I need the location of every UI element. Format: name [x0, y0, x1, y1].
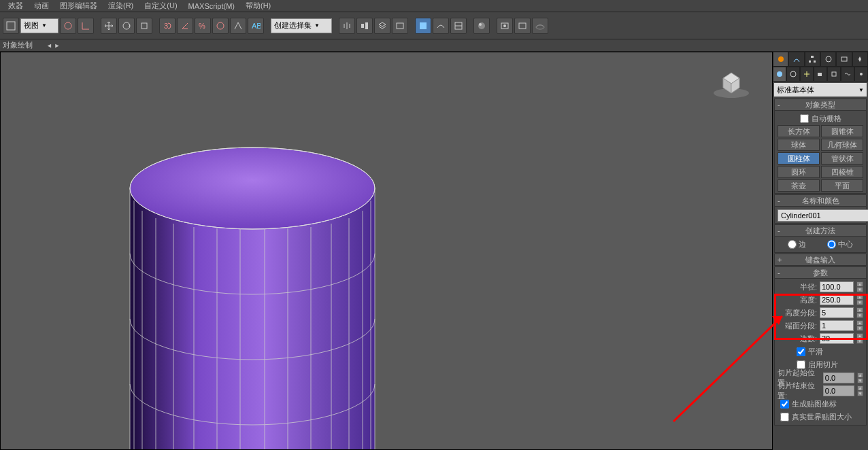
svg-point-45: [777, 71, 782, 77]
edge-radio[interactable]: 边: [788, 239, 806, 249]
plane-button[interactable]: 平面: [821, 179, 863, 192]
center-radio[interactable]: 中心: [827, 239, 853, 249]
render-frame-icon[interactable]: [514, 18, 531, 34]
rollout-name-color[interactable]: -名称和颜色: [774, 194, 867, 207]
box-button[interactable]: 长方体: [778, 125, 820, 137]
create-subtabs: [773, 67, 868, 82]
cone-button[interactable]: 圆锥体: [821, 125, 863, 137]
spinner-arrows[interactable]: ▲▼: [856, 320, 863, 331]
smooth-checkbox[interactable]: [797, 347, 805, 356]
teapot-button[interactable]: 茶壶: [778, 179, 820, 192]
tool-icon[interactable]: [450, 18, 467, 34]
menu-item[interactable]: 渲染(R): [103, 1, 139, 11]
spinner-arrows[interactable]: ▲▼: [857, 373, 863, 383]
sliceto-spinner[interactable]: 0.0: [823, 385, 854, 396]
move-tool-icon[interactable]: [101, 18, 117, 34]
menu-item[interactable]: 帮助(H): [240, 1, 276, 11]
spinner-arrows[interactable]: ▲▼: [856, 333, 863, 344]
menu-item[interactable]: MAXScript(M): [183, 2, 240, 10]
rollout-parameters[interactable]: -参数: [774, 266, 867, 279]
cameras-subtab[interactable]: [814, 67, 827, 82]
object-name-input[interactable]: [778, 209, 868, 222]
tool-icon[interactable]: ABC: [248, 18, 264, 34]
helpers-subtab[interactable]: [827, 67, 841, 82]
svg-point-1: [65, 22, 71, 29]
svg-rect-48: [832, 72, 836, 76]
sphere-button[interactable]: 球体: [778, 139, 820, 151]
layers-icon[interactable]: [374, 18, 390, 34]
genmap-checkbox[interactable]: [780, 400, 789, 409]
material-editor-icon[interactable]: [473, 18, 490, 34]
height-spinner[interactable]: 250.0: [820, 294, 854, 305]
ribbon-strip: 对象绘制 ◄ ►: [0, 39, 868, 52]
rollout-keyboard-entry[interactable]: +键盘输入: [774, 254, 867, 266]
viewcube[interactable]: [711, 66, 752, 100]
rollout-creation-method[interactable]: -创建方法: [774, 224, 867, 237]
mirror-icon[interactable]: [339, 18, 355, 34]
create-tab[interactable]: [773, 52, 788, 67]
cylinder-button[interactable]: 圆柱体: [778, 152, 820, 165]
cseg-label: 端面分段:: [785, 321, 817, 331]
pyramid-button[interactable]: 四棱锥: [821, 166, 863, 178]
modify-tab[interactable]: [788, 52, 804, 67]
svg-point-43: [826, 56, 831, 62]
schematic-view-icon[interactable]: [415, 18, 431, 34]
display-tab[interactable]: [836, 52, 852, 67]
tool-icon[interactable]: [3, 18, 19, 34]
realworld-checkbox[interactable]: [780, 413, 789, 421]
menu-item[interactable]: 效器: [3, 1, 29, 11]
sides-spinner[interactable]: 30: [820, 333, 854, 344]
spinner-snap-icon[interactable]: [212, 18, 229, 34]
spinner-arrows[interactable]: ▲▼: [856, 294, 863, 305]
autogrid-checkbox[interactable]: [800, 114, 809, 123]
spinner-arrows[interactable]: ▲▼: [857, 385, 863, 396]
cseg-spinner[interactable]: 1: [820, 320, 854, 331]
hseg-spinner[interactable]: 5: [820, 307, 854, 318]
svg-rect-42: [814, 60, 816, 63]
genmap-label: 生成贴图坐标: [792, 399, 837, 409]
height-label: 高度:: [800, 295, 817, 305]
spinner-arrows[interactable]: ▲▼: [856, 307, 863, 318]
angle-snap-icon[interactable]: [177, 18, 193, 34]
radius-spinner[interactable]: 100.0: [820, 281, 854, 292]
spinner-arrows[interactable]: ▲▼: [856, 281, 863, 292]
rotate-tool-icon[interactable]: [118, 18, 135, 34]
tool-icon[interactable]: [392, 18, 408, 34]
render-setup-icon[interactable]: [497, 18, 513, 34]
curve-editor-icon[interactable]: [433, 18, 449, 34]
menu-item[interactable]: 图形编辑器: [54, 1, 103, 11]
slicefrom-spinner[interactable]: 0.0: [823, 373, 854, 383]
viewport[interactable]: [0, 52, 773, 450]
reference-coord-combo[interactable]: 视图▼: [20, 18, 59, 33]
category-dropdown[interactable]: 标准基本体▼: [774, 83, 867, 97]
rollout-object-type[interactable]: -对象类型: [774, 99, 867, 111]
percent-snap-icon[interactable]: %: [195, 18, 211, 34]
motion-tab[interactable]: [820, 52, 836, 67]
snap-icon[interactable]: 3: [159, 18, 176, 34]
scale-tool-icon[interactable]: [136, 18, 152, 34]
render-icon[interactable]: [532, 18, 548, 34]
lights-subtab[interactable]: [800, 67, 814, 82]
shapes-subtab[interactable]: [786, 67, 800, 82]
hierarchy-tab[interactable]: [805, 52, 820, 67]
tube-button[interactable]: 管状体: [821, 152, 863, 165]
radius-label: 半径:: [800, 282, 817, 292]
menu-item[interactable]: 自定义(U): [139, 1, 182, 11]
geosphere-button[interactable]: 几何球体: [821, 139, 863, 151]
tool-icon[interactable]: [78, 18, 94, 34]
spacewarps-subtab[interactable]: [841, 67, 854, 82]
geometry-subtab[interactable]: [773, 67, 786, 82]
svg-rect-3: [141, 23, 147, 29]
svg-point-6: [217, 22, 224, 29]
torus-button[interactable]: 圆环: [778, 166, 820, 178]
named-selection-combo[interactable]: 创建选择集▼: [271, 18, 332, 33]
utilities-tab[interactable]: [852, 52, 868, 67]
systems-subtab[interactable]: [854, 67, 868, 82]
ribbon-arrow-icon[interactable]: ◄ ►: [46, 42, 60, 49]
tool-icon[interactable]: [60, 18, 76, 34]
cylinder-object[interactable]: [123, 134, 395, 450]
menu-item[interactable]: 动画: [29, 1, 54, 11]
svg-point-20: [130, 148, 375, 229]
tool-icon[interactable]: [230, 18, 246, 34]
align-icon[interactable]: [356, 18, 373, 34]
